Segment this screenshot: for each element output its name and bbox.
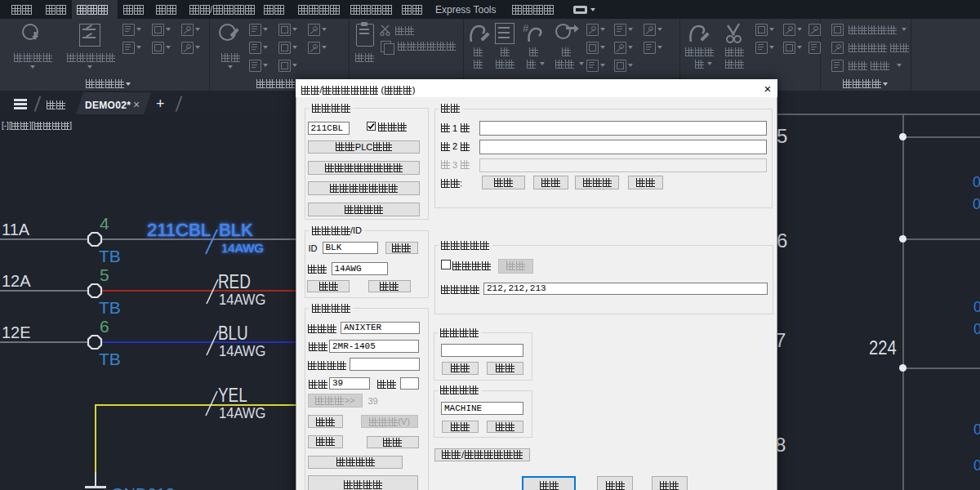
svg-text:#: # <box>523 22 529 34</box>
